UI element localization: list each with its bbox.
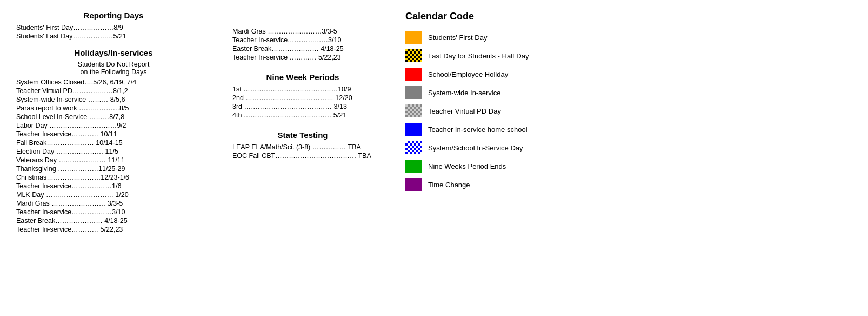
eoc-item: EOC Fall CBT……………………………… TBA (232, 152, 373, 160)
swatch-purple (405, 178, 422, 191)
state-testing-title: State Testing (232, 130, 373, 140)
legend-item-4: Teacher Virtual PD Day (405, 104, 852, 117)
left-column: Reporting Days Students' First Day………………… (16, 11, 222, 234)
holidays-list: System Offices Closed….5/26, 6/19, 7/4 T… (16, 78, 211, 234)
swatch-checkerboard-black (405, 49, 422, 62)
middle-column: Mardi Gras ……………………3/3-5 Teacher In-serv… (222, 11, 384, 234)
holiday-item-10: Thanksgiving ………………11/25-29 (16, 164, 211, 173)
legend-label-1: Last Day for Students - Half Day (428, 52, 529, 60)
legend-item-6: System/School In-Service Day (405, 141, 852, 154)
holiday-item-12: Teacher In-service………………1/6 (16, 182, 211, 190)
holiday-item-2: System-wide In-service ……… 8/5,6 (16, 95, 211, 104)
holiday-item-17: Teacher In-service………… 5/22,23 (16, 225, 211, 234)
holiday-item-0: System Offices Closed….5/26, 6/19, 7/4 (16, 78, 211, 87)
middle-teacher-522: Teacher In-service ………… 5/22,23 (232, 53, 373, 62)
nine-week-2: 2nd ………………………………… 12/20 (232, 94, 373, 102)
legend-label-5: Teacher In-service home school (428, 126, 528, 134)
legend-item-8: Time Change (405, 178, 852, 191)
holiday-item-3: Paras report to work ………………8/5 (16, 104, 211, 113)
nine-week-1: 1st ……………………………………10/9 (232, 85, 373, 94)
calendar-code-title: Calendar Code (405, 11, 852, 22)
holiday-item-16: Easter Break………………… 4/18-25 (16, 216, 211, 225)
legend-label-2: School/Employee Holiday (428, 70, 508, 78)
nine-week-4: 4th ………………………………… 5/21 (232, 111, 373, 120)
middle-mardi-gras: Mardi Gras ……………………3/3-5 (232, 27, 373, 36)
reporting-item-1: Students' First Day………………8/9 (16, 23, 211, 32)
page-container: Reporting Days Students' First Day………………… (0, 0, 868, 245)
leap-item: LEAP ELA/Math/Sci. (3-8) …………… TBA (232, 143, 373, 152)
legend-item-5: Teacher In-service home school (405, 123, 852, 136)
legend-item-7: Nine Weeks Period Ends (405, 160, 852, 173)
legend-item-3: System-wide In-service (405, 86, 852, 99)
nine-week-3: 3rd ………………………………… 3/13 (232, 102, 373, 111)
right-column: Calendar Code Students' First Day Last D… (384, 11, 852, 234)
middle-easter: Easter Break………………… 4/18-25 (232, 44, 373, 53)
legend-label-6: System/School In-Service Day (428, 144, 523, 152)
legend-item-1: Last Day for Students - Half Day (405, 49, 852, 62)
holiday-item-15: Teacher In-service………………3/10 (16, 208, 211, 216)
holiday-item-4: School Level In-Service ………8/7,8 (16, 113, 211, 121)
swatch-green (405, 160, 422, 173)
reporting-title: Reporting Days (16, 11, 211, 20)
legend-label-0: Students' First Day (428, 34, 487, 42)
swatch-red (405, 68, 422, 81)
holiday-item-11: Christmas……………………12/23-1/6 (16, 173, 211, 182)
swatch-gray (405, 86, 422, 99)
legend-label-7: Nine Weeks Period Ends (428, 162, 506, 170)
holidays-subtitle-1: Students Do Not Report (16, 61, 211, 68)
swatch-checkerboard-gray (405, 104, 422, 117)
middle-top-list: Mardi Gras ……………………3/3-5 Teacher In-serv… (232, 27, 373, 62)
holidays-section: Holidays/In-services Students Do Not Rep… (16, 48, 211, 234)
state-testing-list: LEAP ELA/Math/Sci. (3-8) …………… TBA EOC F… (232, 143, 373, 160)
legend-label-4: Teacher Virtual PD Day (428, 107, 501, 115)
reporting-list: Students' First Day………………8/9 Students' L… (16, 23, 211, 41)
holiday-item-8: Election Day ………………… 11/5 (16, 147, 211, 156)
reporting-item-2: Students' Last Day………………5/21 (16, 32, 211, 41)
legend-item-2: School/Employee Holiday (405, 68, 852, 81)
middle-teacher-310: Teacher In-service………………3/10 (232, 36, 373, 44)
nine-week-title: Nine Week Periods (232, 73, 373, 82)
holidays-title: Holidays/In-services (16, 48, 211, 57)
holiday-item-9: Veterans Day ………………… 11/11 (16, 156, 211, 164)
holiday-item-5: Labor Day …………………………9/2 (16, 121, 211, 130)
holidays-subtitle-2: on the Following Days (16, 68, 211, 76)
swatch-checkerboard-blue (405, 141, 422, 154)
legend-label-3: System-wide In-service (428, 89, 500, 97)
holiday-item-1: Teacher Virtual PD………………8/1,2 (16, 87, 211, 95)
holiday-item-13: MLK Day ………………………… 1/20 (16, 190, 211, 199)
nine-week-list: 1st ……………………………………10/9 2nd …………………………………… (232, 85, 373, 120)
holiday-item-7: Fall Break………………… 10/14-15 (16, 139, 211, 147)
legend-item-0: Students' First Day (405, 31, 852, 44)
holiday-item-6: Teacher In-service………… 10/11 (16, 130, 211, 139)
swatch-blue (405, 123, 422, 136)
holiday-item-14: Mardi Gras …………………… 3/3-5 (16, 199, 211, 208)
legend-label-8: Time Change (428, 181, 470, 189)
legend-list: Students' First Day Last Day for Student… (405, 31, 852, 191)
swatch-gold (405, 31, 422, 44)
